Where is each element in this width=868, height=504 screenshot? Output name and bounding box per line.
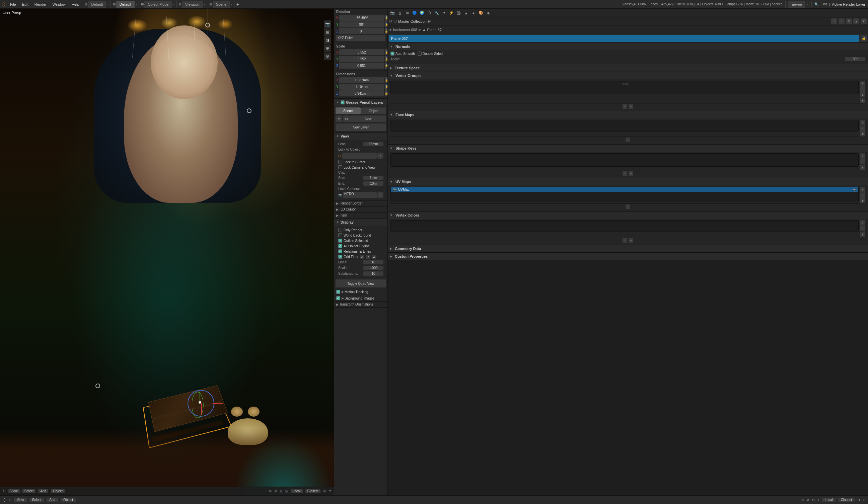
vg-bottom-remove[interactable]: −	[629, 104, 633, 109]
scale-z-input[interactable]: 0.552	[339, 63, 384, 69]
scale-x-input[interactable]: 0.552	[339, 49, 384, 55]
workspace-default-2[interactable]: Default	[116, 1, 135, 8]
grease-pencil-header[interactable]: ▼ ✓ Grease Pencil Layers	[334, 99, 388, 106]
bottom-closest-btn[interactable]: Closest	[838, 498, 855, 502]
viewport-3d-scene[interactable]: User Persp 📷 ⊞ ◑ ⊕ ⊙ (190) bookcover008	[0, 9, 334, 495]
workspace-viewport[interactable]: Viewport	[182, 1, 203, 8]
bottom-icon-grid[interactable]: ⊞	[802, 498, 804, 502]
engine-eevee[interactable]: Eevee	[788, 1, 805, 8]
sk-down-btn[interactable]: ▼	[860, 165, 865, 170]
rp-icon-texture[interactable]: ◈	[485, 10, 492, 17]
gp-eraser-btn[interactable]: ⊘	[343, 115, 350, 122]
lock-cursor-row[interactable]: Lock to Cursor	[336, 159, 385, 165]
dim-y-lock[interactable]: 🔒	[385, 84, 388, 90]
rp-add-btn[interactable]: +	[831, 18, 837, 24]
lines-value[interactable]: 16	[363, 260, 383, 264]
scale-y-input[interactable]: 0.552	[339, 56, 384, 62]
rotation-mode-input[interactable]: XYZ Euler	[336, 35, 385, 41]
mode-icon-3[interactable]: ⊞	[280, 489, 282, 493]
bottom-icon-snap2[interactable]: ⊙	[862, 498, 865, 502]
vp-snap-icon[interactable]: ⊙	[323, 489, 326, 493]
world-bg-row[interactable]: World Background	[336, 233, 385, 238]
menu-help[interactable]: Help	[69, 2, 82, 7]
bottom-add-btn[interactable]: Add	[46, 498, 58, 502]
bottom-icon-x[interactable]: ✕	[807, 498, 809, 502]
dim-y-input[interactable]: 1.104cm	[339, 84, 384, 90]
bottom-icon-snap[interactable]: ⊙	[857, 498, 860, 502]
vc-down-btn[interactable]: ▼	[860, 232, 865, 237]
rp-remove-btn[interactable]: −	[838, 18, 845, 24]
double-sided-cb[interactable]	[417, 52, 422, 55]
gp-checkbox[interactable]: ✓	[341, 101, 344, 104]
view-section-header[interactable]: ▼ View	[334, 133, 388, 140]
bottom-icon-dot[interactable]: ⊙	[812, 498, 815, 502]
scale-z-lock[interactable]: 🔒	[385, 63, 388, 69]
vc-bottom-2[interactable]: −	[629, 238, 633, 243]
ws-close-2[interactable]: ×	[135, 2, 137, 6]
rp-icon-render[interactable]: 📷	[389, 10, 396, 17]
vp-bottom-add[interactable]: Add	[38, 489, 48, 493]
vc-add-btn[interactable]: +	[860, 220, 865, 225]
rp-icon-material[interactable]: ●	[470, 10, 477, 17]
auto-smooth-cb[interactable]: ✓	[391, 52, 394, 55]
vp-icon-overlay[interactable]: ⊙	[324, 53, 331, 60]
ws-close-1[interactable]: ×	[107, 2, 109, 6]
vp-bottom-object[interactable]: Object	[51, 489, 65, 493]
lens-value[interactable]: 35mm	[363, 142, 383, 146]
gp-tab-scene[interactable]: Scene	[335, 107, 361, 114]
relationship-lines-row[interactable]: ✓ Relationship Lines	[336, 249, 385, 254]
engine-close[interactable]: ×	[807, 2, 809, 6]
sk-remove-btn[interactable]: −	[860, 159, 865, 164]
menu-edit[interactable]: Edit	[19, 2, 31, 7]
texture-space-header[interactable]: ▶ Texture Space	[388, 64, 868, 72]
item-row[interactable]: ▶ Item	[334, 212, 388, 219]
workspace-object-mode[interactable]: Object Mode	[144, 1, 172, 8]
vp-icon-shading[interactable]: ◑	[324, 36, 331, 44]
rp-settings-btn[interactable]: ⚙	[846, 18, 852, 24]
grid-floor-cb[interactable]: ✓	[338, 255, 342, 259]
scale-x-lock[interactable]: 🔒	[385, 49, 388, 55]
rotation-x-lock[interactable]: 🔒	[385, 15, 388, 21]
all-origins-cb[interactable]: ✓	[338, 244, 342, 248]
rp-icon-constraints[interactable]: ⛓	[455, 10, 462, 17]
uv-remove-btn[interactable]: −	[860, 192, 865, 198]
dim-x-input[interactable]: 1.882mm	[339, 77, 384, 83]
rp-icon-object[interactable]: ⬡	[426, 10, 433, 17]
bottom-select-btn[interactable]: Select	[30, 498, 44, 502]
menu-file[interactable]: File	[7, 2, 19, 7]
grid-z-btn[interactable]: Z	[372, 255, 376, 259]
vg-bottom-add[interactable]: +	[622, 104, 627, 109]
normals-header[interactable]: ▼ Normals	[388, 43, 868, 50]
cam-clear-btn[interactable]: ×	[378, 192, 383, 198]
gp-tab-object[interactable]: Object	[361, 107, 386, 114]
rotation-z-input[interactable]: 0°	[339, 28, 384, 34]
vp-icon-camera[interactable]: 📷	[324, 20, 331, 28]
shape-keys-header[interactable]: ▼ Shape Keys	[388, 145, 868, 152]
rp-up-btn[interactable]: ▲	[853, 18, 859, 24]
bottom-view-btn[interactable]: View	[14, 498, 27, 502]
rp-icon-view-layer[interactable]: ⊞	[404, 10, 411, 17]
vg-remove-btn[interactable]: −	[860, 86, 865, 92]
vp-bottom-select[interactable]: Select	[22, 489, 36, 493]
bottom-object-btn[interactable]: Object	[61, 498, 76, 502]
background-images-section[interactable]: ✓ ▶ Background Images	[334, 295, 388, 302]
obj-name-input[interactable]: Plane.037	[389, 35, 859, 42]
rp-down-btn[interactable]: ▼	[861, 18, 867, 24]
geometry-data-header[interactable]: ▶ Geometry Data	[388, 245, 868, 252]
vg-add-btn[interactable]: +	[860, 81, 865, 86]
transform-orient-section[interactable]: ▶ Transform Orientations	[334, 302, 388, 307]
rp-icon-world[interactable]: 🌍	[418, 10, 425, 17]
render-border-row[interactable]: ▶ Render Border	[334, 200, 388, 207]
vp-bottom-view[interactable]: View	[8, 489, 20, 493]
only-render-cb[interactable]	[338, 228, 342, 232]
vg-down-btn[interactable]: ▼	[860, 98, 865, 103]
obj-name-lock[interactable]: 🔒	[861, 35, 867, 42]
mode-icon-2[interactable]: ✕	[274, 489, 277, 493]
uv-maps-header[interactable]: ▼ UV Maps	[388, 178, 868, 186]
fm-add-btn[interactable]: +	[860, 120, 865, 125]
add-workspace-btn[interactable]: +	[236, 2, 239, 7]
vp-closest[interactable]: Closest	[306, 489, 320, 493]
dim-z-lock[interactable]: 🔒	[385, 90, 388, 96]
scale-y-lock[interactable]: 🔒	[385, 56, 388, 62]
vertex-colors-header[interactable]: ▼ Vertex Colors	[388, 211, 868, 219]
